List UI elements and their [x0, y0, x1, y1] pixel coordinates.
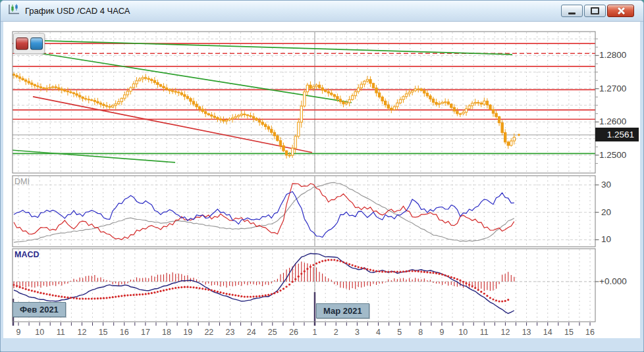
drawing-toolbar	[13, 33, 45, 54]
title-bar[interactable]: График USD /CAD 4 ЧАСА	[1, 1, 643, 22]
candlestick-chart-icon	[7, 3, 20, 18]
minimize-icon	[568, 13, 576, 14]
maximize-button[interactable]	[584, 5, 606, 17]
minimize-button[interactable]	[561, 5, 583, 17]
chart-canvas[interactable]	[1, 1, 643, 351]
window-title: График USD /CAD 4 ЧАСА	[25, 6, 130, 16]
chart-window: DMI MACD 1.2561 +0.000 Фев 2021 Мар 2021…	[0, 0, 644, 352]
maximize-icon	[591, 7, 599, 14]
close-button[interactable]	[607, 5, 634, 17]
close-icon	[616, 7, 625, 15]
red-marker-button[interactable]	[16, 38, 28, 50]
window-controls	[561, 5, 637, 17]
blue-marker-button[interactable]	[30, 38, 43, 50]
